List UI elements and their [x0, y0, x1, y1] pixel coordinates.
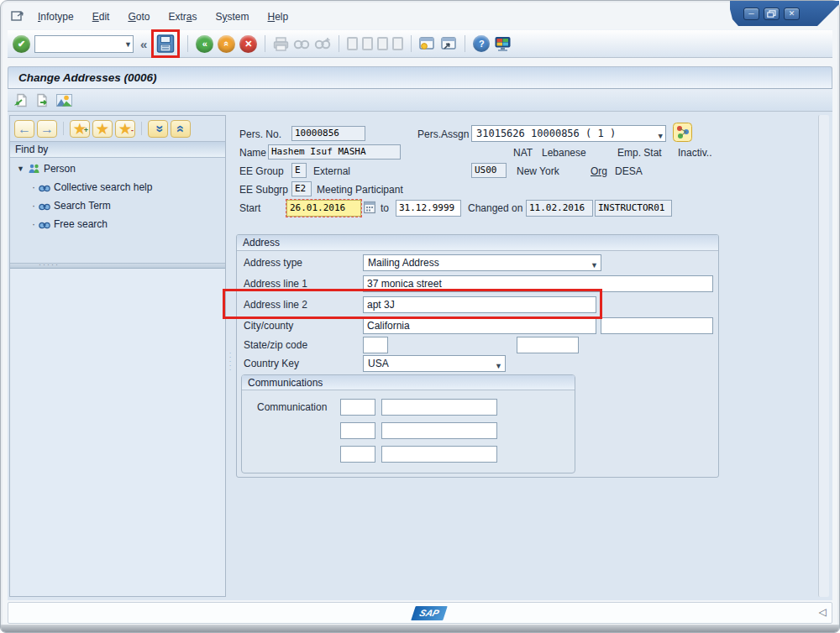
application-toolbar — [8, 89, 832, 112]
remove-favorite-button[interactable]: ★- — [115, 120, 135, 138]
calendar-icon[interactable] — [364, 201, 375, 214]
tree-item-search-term[interactable]: · Search Term — [32, 200, 111, 212]
tree-node-person[interactable]: ▼ Person — [17, 163, 76, 175]
person-icon — [28, 164, 40, 174]
exit-button[interactable]: « — [218, 35, 235, 53]
nav-back-button[interactable]: ← — [14, 120, 34, 138]
changed-by-field[interactable]: INSTRUCTOR01 — [595, 200, 672, 217]
communication-label: Communication — [257, 401, 327, 413]
emp-stat-value: Inactiv.. — [678, 147, 711, 159]
communication-value-input-3[interactable] — [381, 446, 497, 463]
address-line1-input[interactable] — [363, 275, 713, 292]
customize-layout-icon[interactable] — [494, 36, 512, 52]
menu-infotype[interactable]: Infotype — [38, 11, 74, 23]
title-bar: Change Addresses (0006) — [8, 66, 832, 89]
expand-all-button[interactable]: « — [148, 120, 168, 138]
command-field[interactable] — [34, 35, 134, 53]
city-label: City/county — [244, 320, 293, 332]
previous-page-icon — [362, 37, 373, 50]
country-key-label: Country Key — [244, 358, 299, 369]
start-date-field[interactable]: 26.01.2016 — [286, 200, 361, 217]
city-input[interactable] — [363, 317, 596, 334]
county-input[interactable] — [601, 317, 713, 334]
photo-icon[interactable] — [56, 94, 72, 107]
end-date-field[interactable]: 31.12.9999 — [396, 200, 461, 217]
changed-date-field[interactable]: 11.02.2016 — [526, 200, 593, 217]
horizontal-splitter[interactable]: ····· — [10, 263, 225, 269]
binoculars-icon — [39, 201, 50, 211]
communication-value-input-2[interactable] — [381, 422, 497, 439]
save-button-wrap — [151, 29, 180, 58]
zip-input[interactable] — [517, 337, 579, 353]
status-expand-icon[interactable]: ◁ — [819, 606, 827, 618]
menu-bar: Infotype Edit Goto Extras System Help — [9, 6, 713, 28]
search-result-area — [10, 269, 225, 596]
ee-subgrp-label: EE Subgrp — [239, 184, 288, 196]
find-by-header: Find by — [10, 141, 225, 158]
ee-group-field[interactable]: E — [291, 163, 307, 178]
restore-button[interactable] — [764, 8, 780, 20]
window-controls: ─ ✕ — [730, 1, 839, 26]
address-type-select[interactable]: Mailing Address▼ — [363, 254, 601, 271]
communication-type-input-2[interactable] — [340, 422, 375, 439]
standard-toolbar: ✔ ▼ « « « ✕ ? — [8, 29, 832, 58]
ee-group-label: EE Group — [239, 165, 284, 177]
vertical-splitter-grip[interactable]: ····· — [227, 351, 234, 385]
communication-type-input-3[interactable] — [340, 446, 375, 463]
ee-subgrp-field[interactable]: E2 — [291, 181, 312, 196]
tree-item-collective-search[interactable]: · Collective search help — [32, 181, 152, 193]
state-input[interactable] — [363, 337, 388, 353]
new-session-icon[interactable] — [419, 37, 436, 51]
menu-goto[interactable]: Goto — [128, 11, 150, 23]
copy-document-icon[interactable] — [35, 93, 50, 107]
collapse-all-button[interactable]: « — [171, 120, 191, 138]
menu-system[interactable]: System — [215, 11, 249, 23]
command-dropdown-icon[interactable]: ▼ — [124, 40, 132, 49]
menu-edit[interactable]: Edit — [92, 11, 110, 23]
status-bar: SAP ◁ — [8, 602, 832, 624]
add-favorite-button[interactable]: ★+ — [70, 120, 90, 138]
org-assignment-icon[interactable] — [673, 123, 692, 142]
minimize-button[interactable]: ─ — [743, 8, 759, 20]
address-line1-label: Address line 1 — [244, 278, 307, 290]
close-button[interactable]: ✕ — [784, 8, 800, 20]
vertical-scrollbar[interactable] — [818, 115, 829, 597]
name-field[interactable]: Hashem Isuf MASHA — [268, 144, 401, 160]
pers-no-field[interactable]: 10000856 — [291, 126, 365, 141]
enter-button[interactable]: ✔ — [13, 35, 30, 53]
favorites-button[interactable]: ★ — [92, 120, 113, 138]
name-label: Name — [239, 147, 266, 159]
find-next-icon — [314, 37, 331, 50]
address-line2-input[interactable] — [363, 296, 596, 313]
first-page-icon — [347, 37, 358, 50]
communications-groupbox-header: Communications — [242, 375, 575, 390]
tree-item-free-search[interactable]: · Free search — [32, 218, 108, 230]
collapse-toolbar-icon[interactable]: « — [140, 37, 147, 51]
binoculars-icon — [39, 183, 50, 192]
next-page-icon — [377, 37, 388, 50]
back-button[interactable]: « — [196, 35, 213, 53]
help-icon[interactable]: ? — [473, 35, 490, 52]
pers-area-field[interactable]: US00 — [471, 163, 507, 178]
create-shortcut-icon[interactable] — [440, 37, 457, 51]
changed-on-label: Changed on — [468, 202, 522, 214]
menu-extras[interactable]: Extras — [168, 11, 197, 23]
nav-forward-button[interactable]: → — [37, 120, 57, 138]
communication-value-input-1[interactable] — [381, 399, 497, 416]
pers-assgn-label: Pers.Assgn — [417, 128, 469, 140]
search-panel: ← → ★+ ★ ★- « « Find by ▼ Person · Colle… — [9, 115, 226, 597]
communication-type-input-1[interactable] — [340, 399, 375, 416]
cancel-button[interactable]: ✕ — [239, 35, 257, 53]
nat-value: Lebanese — [542, 147, 586, 159]
address-type-label: Address type — [244, 257, 302, 269]
address-groupbox-header: Address — [237, 235, 718, 251]
pers-assgn-select[interactable]: 31015626 10000856 ( 1 )▼ — [471, 125, 666, 142]
save-button[interactable] — [156, 34, 175, 54]
communications-groupbox: Communications Communication — [241, 374, 575, 473]
overview-document-icon[interactable] — [14, 93, 29, 107]
ee-subgrp-text: Meeting Participant — [317, 184, 403, 196]
expander-icon[interactable]: ▼ — [17, 165, 24, 173]
last-page-icon — [392, 37, 403, 50]
menu-help[interactable]: Help — [268, 11, 289, 23]
country-key-select[interactable]: USA▼ — [363, 355, 506, 372]
